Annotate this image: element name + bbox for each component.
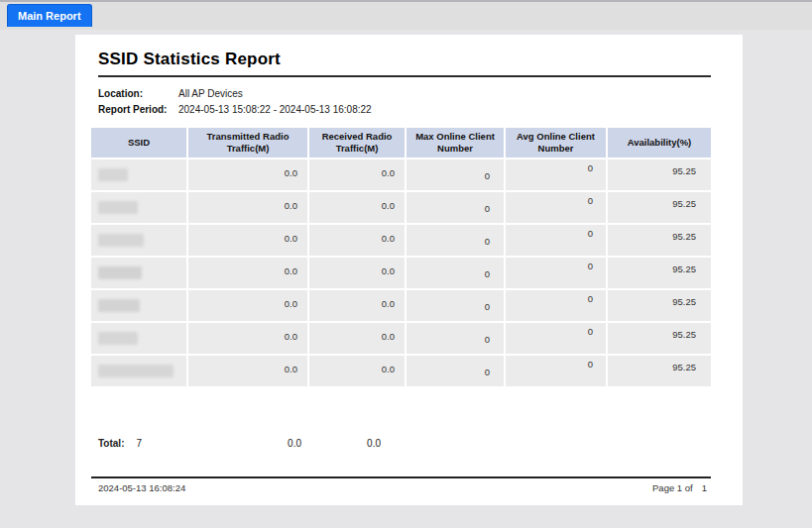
tab-strip: Main Report (0, 2, 812, 30)
availability-cell: 95.25 (608, 225, 711, 256)
redacted-ssid (98, 168, 128, 181)
total-transmitted: 0.0 (188, 438, 309, 449)
ssid-cell (91, 258, 188, 288)
received-cell: 0.0 (309, 323, 406, 354)
total-label: Total: (98, 438, 124, 449)
table-header-row: SSID Transmitted Radio Traffic(M) Receiv… (91, 128, 711, 158)
max-online-cell: 0 (406, 192, 506, 223)
column-header-availability: Availability(%) (608, 128, 711, 158)
column-header-ssid: SSID (91, 128, 188, 158)
generated-timestamp: 2024-05-13 16:08:24 (98, 482, 185, 493)
table-row: 0.0 0.0 0 0 95.25 (91, 225, 711, 256)
location-label: Location: (98, 88, 178, 99)
page-indicator: Page 1 of1 (652, 482, 707, 493)
availability-cell: 95.25 (608, 290, 711, 321)
redacted-ssid (98, 201, 138, 214)
meta-report-period: Report Period: 2024-05-13 15:08:22 - 202… (98, 101, 743, 117)
report-meta: Location: All AP Devices Report Period: … (98, 85, 743, 117)
report-page: SSID Statistics Report Location: All AP … (75, 35, 743, 505)
transmitted-cell: 0.0 (188, 258, 309, 288)
table-row: 0.0 0.0 0 0 95.25 (91, 356, 711, 386)
column-header-transmitted: Transmitted Radio Traffic(M) (188, 128, 309, 158)
column-header-avg-online: Avg Online Client Number (506, 128, 608, 158)
max-online-cell: 0 (406, 290, 506, 321)
redacted-ssid (98, 365, 174, 377)
page-number: 1 (702, 482, 707, 493)
total-count: 7 (136, 438, 142, 449)
tab-main-report[interactable]: Main Report (7, 4, 92, 27)
report-period-value: 2024-05-13 15:08:22 - 2024-05-13 16:08:2… (178, 104, 372, 115)
availability-cell: 95.25 (608, 159, 711, 190)
redacted-ssid (98, 299, 140, 312)
meta-location: Location: All AP Devices (98, 85, 743, 101)
transmitted-cell: 0.0 (188, 192, 309, 223)
received-cell: 0.0 (309, 290, 406, 321)
received-cell: 0.0 (309, 258, 406, 288)
transmitted-cell: 0.0 (188, 356, 309, 386)
column-header-max-online: Max Online Client Number (406, 128, 506, 158)
report-footer: 2024-05-13 16:08:24 Page 1 of1 (75, 476, 743, 493)
report-viewer-window: Main Report SSID Statistics Report Locat… (0, 0, 812, 528)
avg-online-cell: 0 (506, 323, 608, 354)
transmitted-cell: 0.0 (188, 323, 309, 354)
column-header-received: Received Radio Traffic(M) (309, 128, 406, 158)
max-online-cell: 0 (406, 225, 506, 256)
avg-online-cell: 0 (506, 192, 608, 223)
ssid-cell (91, 159, 188, 190)
max-online-cell: 0 (406, 258, 506, 288)
page-title: SSID Statistics Report (98, 50, 743, 69)
redacted-ssid (98, 266, 142, 279)
max-online-cell: 0 (406, 356, 506, 386)
received-cell: 0.0 (309, 225, 406, 256)
redacted-ssid (98, 332, 138, 345)
table-row: 0.0 0.0 0 0 95.25 (91, 323, 711, 354)
title-divider (98, 75, 711, 77)
availability-cell: 95.25 (608, 323, 711, 354)
table-row: 0.0 0.0 0 0 95.25 (91, 258, 711, 288)
transmitted-cell: 0.0 (188, 290, 309, 321)
availability-cell: 95.25 (608, 258, 711, 288)
transmitted-cell: 0.0 (188, 225, 309, 256)
avg-online-cell: 0 (506, 225, 608, 256)
page-label: Page 1 of (652, 482, 693, 493)
received-cell: 0.0 (309, 356, 406, 386)
table-row: 0.0 0.0 0 0 95.25 (91, 192, 711, 223)
max-online-cell: 0 (406, 323, 506, 354)
ssid-cell (91, 323, 188, 354)
total-row: Total: 7 0.0 0.0 (91, 438, 711, 449)
ssid-cell (91, 356, 188, 386)
ssid-cell (91, 290, 188, 321)
total-received: 0.0 (309, 438, 406, 449)
received-cell: 0.0 (309, 192, 406, 223)
redacted-ssid (98, 234, 144, 247)
max-online-cell: 0 (406, 159, 506, 190)
footer-divider (91, 476, 711, 478)
location-value: All AP Devices (178, 88, 243, 99)
transmitted-cell: 0.0 (188, 159, 309, 190)
ssid-cell (91, 192, 188, 223)
table-row: 0.0 0.0 0 0 95.25 (91, 159, 711, 190)
table-row: 0.0 0.0 0 0 95.25 (91, 290, 711, 321)
avg-online-cell: 0 (506, 290, 608, 321)
avg-online-cell: 0 (506, 159, 608, 190)
report-period-label: Report Period: (98, 104, 178, 115)
availability-cell: 95.25 (608, 356, 711, 386)
avg-online-cell: 0 (506, 356, 608, 386)
received-cell: 0.0 (309, 159, 406, 190)
availability-cell: 95.25 (608, 192, 711, 223)
avg-online-cell: 0 (506, 258, 608, 288)
ssid-cell (91, 225, 188, 256)
ssid-statistics-table: SSID Transmitted Radio Traffic(M) Receiv… (91, 128, 711, 386)
